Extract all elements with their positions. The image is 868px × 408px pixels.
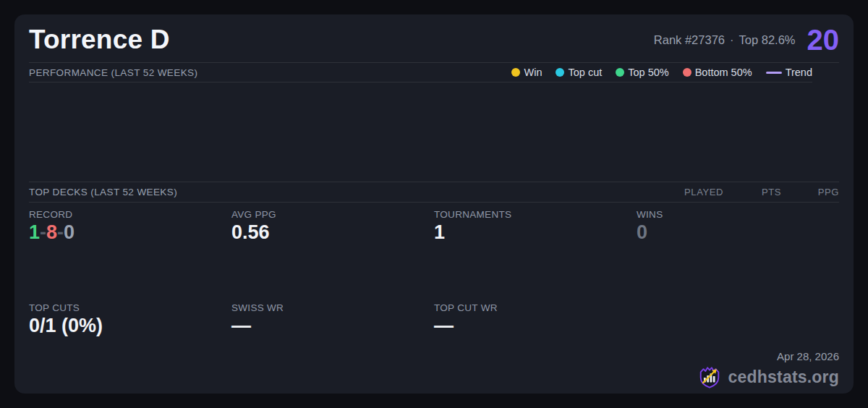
stat-label: TOP CUT WR — [434, 302, 637, 313]
legend-label: Trend — [786, 67, 812, 78]
legend-item-bottom-50: Bottom 50% — [683, 67, 752, 78]
record-separator: - — [57, 221, 64, 243]
win-dot-icon — [511, 68, 520, 77]
performance-chart — [29, 82, 839, 182]
record-separator: - — [40, 221, 46, 243]
legend-label: Top 50% — [628, 67, 668, 78]
legend-label: Win — [524, 67, 542, 78]
stat-label: AVG PPG — [231, 209, 434, 220]
legend-item-trend: Trend — [766, 67, 812, 78]
legend-item-top-50: Top 50% — [616, 67, 668, 78]
stats-grid: RECORD 1-8-0 AVG PPG 0.56 TOURNAMENTS 1 … — [29, 203, 839, 394]
stat-label: TOURNAMENTS — [434, 209, 637, 220]
record-losses: 8 — [46, 221, 57, 243]
column-header-ppg: PPG — [781, 187, 839, 197]
stat-record: RECORD 1-8-0 — [29, 208, 231, 301]
cedhstats-shield-logo-icon — [697, 365, 722, 389]
legend-label: Top cut — [568, 67, 602, 78]
player-score: 20 — [807, 25, 840, 54]
player-stats-card: Torrence D Rank #27376·Top 82.6% 20 PERF… — [14, 14, 854, 394]
header-right: Rank #27376·Top 82.6% 20 — [654, 25, 839, 54]
rank-separator-dot: · — [730, 33, 734, 46]
top-50-dot-icon — [616, 68, 624, 77]
performance-section-title: PERFORMANCE (LAST 52 WEEKS) — [29, 67, 197, 78]
chart-legend: Win Top cut Top 50% Bottom 50% Trend — [511, 67, 812, 78]
stat-wins: WINS 0 — [637, 208, 839, 301]
rank-text: Rank #27376·Top 82.6% — [654, 33, 796, 47]
avg-ppg-value: 0.56 — [231, 222, 434, 244]
top-cut-wr-value: — — [434, 315, 637, 337]
swiss-wr-value: — — [231, 315, 434, 337]
card-header: Torrence D Rank #27376·Top 82.6% 20 — [29, 14, 839, 63]
top-cut-dot-icon — [556, 68, 564, 77]
stat-top-cut-wr: TOP CUT WR — — [434, 301, 637, 394]
top-decks-section-header: TOP DECKS (LAST 52 WEEKS) PLAYED PTS PPG — [29, 182, 839, 203]
record-wins: 1 — [29, 221, 40, 243]
legend-label: Bottom 50% — [695, 67, 752, 78]
top-decks-section-title: TOP DECKS (LAST 52 WEEKS) — [29, 187, 177, 197]
rank-number: Rank #27376 — [654, 33, 725, 46]
stat-label: WINS — [637, 209, 839, 220]
stat-label: SWISS WR — [231, 302, 434, 313]
record-draws: 0 — [64, 221, 75, 243]
trend-line-icon — [766, 72, 782, 74]
stat-tournaments: TOURNAMENTS 1 — [434, 208, 637, 301]
stat-label: RECORD — [29, 209, 231, 220]
column-header-played: PLAYED — [665, 187, 723, 197]
top-cuts-value: 0/1 (0%) — [29, 315, 231, 337]
column-header-pts: PTS — [723, 187, 781, 197]
record-value: 1-8-0 — [29, 222, 231, 244]
top-percent: Top 82.6% — [739, 33, 796, 46]
stat-swiss-wr: SWISS WR — — [231, 301, 434, 394]
brand-row: cedhstats.org — [697, 365, 839, 389]
legend-item-win: Win — [511, 67, 542, 78]
tournaments-value: 1 — [434, 222, 637, 244]
top-decks-column-headers: PLAYED PTS PPG — [665, 187, 839, 197]
performance-section-header: PERFORMANCE (LAST 52 WEEKS) Win Top cut … — [29, 63, 812, 82]
generated-date: Apr 28, 2026 — [777, 350, 839, 362]
wins-value: 0 — [637, 222, 839, 244]
legend-item-top-cut: Top cut — [556, 67, 602, 78]
card-footer: Apr 28, 2026 cedhstats.org — [637, 301, 839, 394]
bottom-50-dot-icon — [683, 68, 692, 77]
brand-name: cedhstats.org — [728, 367, 839, 387]
page-title: Torrence D — [29, 25, 170, 55]
stat-avg-ppg: AVG PPG 0.56 — [231, 208, 434, 301]
stat-top-cuts: TOP CUTS 0/1 (0%) — [29, 301, 231, 394]
stat-label: TOP CUTS — [29, 302, 231, 313]
